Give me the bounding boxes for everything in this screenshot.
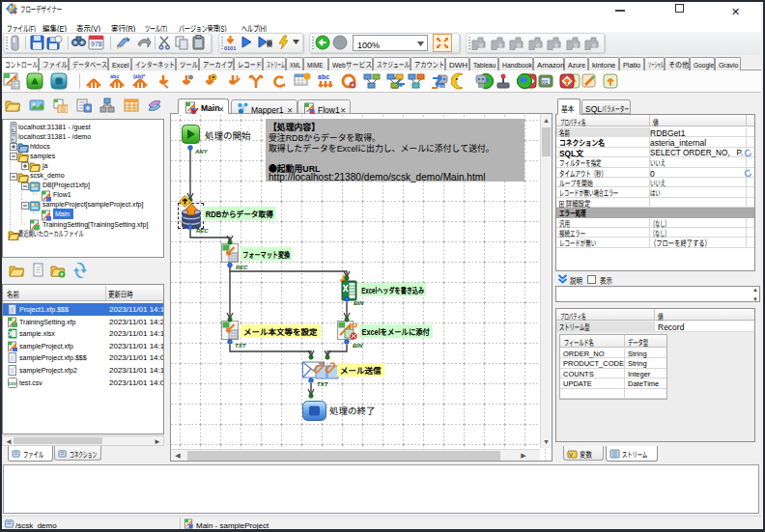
- svg-text:csv: csv: [9, 380, 17, 386]
- svg-text:01: 01: [542, 79, 549, 85]
- svg-text:0101: 0101: [224, 45, 236, 51]
- svg-text:(ab)*: (ab)*: [133, 73, 146, 79]
- svg-text:V: V: [569, 452, 573, 458]
- svg-text:abc: abc: [110, 73, 119, 79]
- svg-text:abc: abc: [318, 73, 329, 80]
- svg-text:..: ..: [278, 84, 282, 90]
- svg-text:978: 978: [91, 41, 102, 47]
